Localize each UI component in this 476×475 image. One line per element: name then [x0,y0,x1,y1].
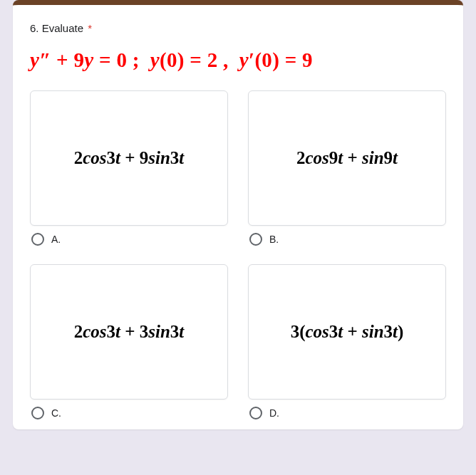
required-marker: * [88,22,92,34]
option-d-radio-row[interactable]: D. [249,407,446,419]
option-c-expression: 2cos3t + 3sin3t [74,322,185,342]
option-b-label: B. [269,234,279,245]
options-grid: 2cos3t + 9sin3t A. 2cos9t + sin9t B. [30,90,446,429]
question-text: Evaluate [42,22,83,34]
option-b: 2cos9t + sin9t B. [248,90,446,256]
radio-icon [31,407,44,419]
radio-icon [249,233,262,246]
option-d-expression: 3(cos3t + sin3t) [291,322,404,342]
option-a-radio-row[interactable]: A. [31,233,228,246]
question-card: 6. Evaluate * y″ + 9y = 0 ; y(0) = 2 , y… [13,0,463,429]
question-number: 6. [30,22,39,34]
question-prompt: 6. Evaluate * [30,22,446,34]
equation: y″ + 9y = 0 ; y(0) = 2 , y′(0) = 9 [30,48,446,72]
option-b-tile: 2cos9t + sin9t [248,90,446,226]
option-d-label: D. [269,407,279,419]
option-c-radio-row[interactable]: C. [31,407,228,419]
option-d: 3(cos3t + sin3t) D. [248,264,446,429]
option-a-tile: 2cos3t + 9sin3t [30,90,228,226]
option-a-label: A. [51,234,61,245]
radio-icon [31,233,44,246]
option-c: 2cos3t + 3sin3t C. [30,264,228,429]
option-b-radio-row[interactable]: B. [249,233,446,246]
option-c-label: C. [51,407,61,419]
option-c-tile: 2cos3t + 3sin3t [30,264,228,400]
radio-icon [249,407,262,419]
option-b-expression: 2cos9t + sin9t [296,148,398,168]
option-a-expression: 2cos3t + 9sin3t [74,148,185,168]
option-d-tile: 3(cos3t + sin3t) [248,264,446,400]
option-a: 2cos3t + 9sin3t A. [30,90,228,256]
